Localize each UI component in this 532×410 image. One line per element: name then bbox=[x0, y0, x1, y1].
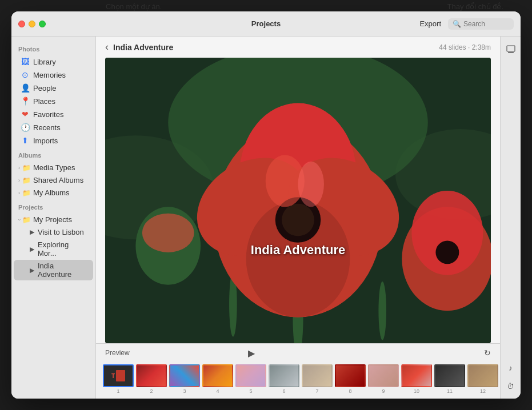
svg-point-15 bbox=[298, 162, 324, 207]
filmstrip-item-5[interactable]: 5 bbox=[235, 364, 266, 394]
projects-section-label: Projects bbox=[11, 199, 95, 213]
filmstrip-num-3: 3 bbox=[183, 388, 186, 394]
filmstrip-thumb-4[interactable] bbox=[202, 364, 233, 387]
traffic-lights bbox=[18, 21, 46, 27]
close-button[interactable] bbox=[18, 21, 25, 27]
filmstrip-item-6[interactable]: 6 bbox=[269, 364, 299, 394]
title-bar: Projects Export 🔍 bbox=[11, 11, 521, 37]
media-types-folder-icon: 📁 bbox=[22, 164, 31, 172]
sidebar-item-imports[interactable]: ⬆ Imports bbox=[14, 134, 93, 147]
sidebar-group-my-albums[interactable]: › 📁 My Albums bbox=[14, 187, 93, 199]
places-icon: 📍 bbox=[21, 97, 30, 106]
filmstrip-num-4: 4 bbox=[216, 388, 219, 394]
filmstrip-item-9[interactable]: 9 bbox=[368, 364, 399, 394]
window-title: Projects bbox=[251, 19, 281, 28]
filmstrip-thumb-7[interactable] bbox=[302, 364, 333, 387]
filmstrip-item-11[interactable]: 11 bbox=[434, 364, 465, 394]
sidebar-item-memories[interactable]: ⊙ Memories bbox=[14, 69, 93, 81]
svg-rect-22 bbox=[508, 52, 514, 53]
sidebar-group-shared-albums[interactable]: › 📁 Shared Albums bbox=[14, 174, 93, 186]
filmstrip-item-10[interactable]: 10 bbox=[401, 364, 432, 394]
filmstrip-thumb-1[interactable]: T bbox=[103, 364, 134, 387]
sidebar-item-library-label: Library bbox=[33, 58, 56, 66]
sidebar-item-recents[interactable]: 🕐 Recents bbox=[14, 121, 93, 134]
filmstrip-thumb-inner-1: T bbox=[104, 365, 133, 386]
filmstrip-num-7: 7 bbox=[315, 388, 318, 394]
svg-point-13 bbox=[282, 204, 314, 236]
app-window: Projects Export 🔍 Photos 🖼 Library ⊙ Mem… bbox=[11, 11, 521, 399]
content-area: ‹ India Adventure 44 slides · 2:38m bbox=[96, 37, 500, 399]
search-input[interactable] bbox=[463, 20, 509, 28]
content-header: ‹ India Adventure 44 slides · 2:38m bbox=[96, 37, 500, 58]
bottom-toolbar: Preview ▶ ↻ T bbox=[96, 343, 500, 399]
albums-section-label: Albums bbox=[11, 147, 95, 161]
back-button[interactable]: ‹ bbox=[105, 41, 109, 53]
sidebar-item-places[interactable]: 📍 Places bbox=[14, 95, 93, 107]
sidebar-item-recents-label: Recents bbox=[33, 123, 61, 132]
filmstrip-num-10: 10 bbox=[414, 388, 419, 394]
filmstrip-thumb-2[interactable] bbox=[136, 364, 167, 387]
sidebar-group-my-projects-label: My Projects bbox=[33, 215, 72, 224]
clock-panel-icon[interactable]: ⏱ bbox=[503, 378, 519, 394]
chevron-icon-3: › bbox=[18, 190, 20, 196]
music-panel-icon[interactable]: ♪ bbox=[503, 360, 519, 376]
filmstrip-thumb-3[interactable] bbox=[169, 364, 200, 387]
filmstrip-item-12[interactable]: 12 bbox=[467, 364, 498, 394]
library-icon: 🖼 bbox=[21, 57, 30, 66]
people-icon: 👤 bbox=[21, 83, 30, 93]
my-albums-folder-icon: 📁 bbox=[22, 189, 31, 197]
search-box[interactable]: 🔍 bbox=[448, 18, 514, 30]
filmstrip-thumb-11[interactable] bbox=[434, 364, 465, 387]
filmstrip-num-11: 11 bbox=[447, 388, 453, 394]
filmstrip-item-8[interactable]: 8 bbox=[335, 364, 366, 394]
sidebar-item-visit-lisbon[interactable]: ▶ Visit to Lisbon bbox=[14, 226, 93, 238]
chevron-icon-4: › bbox=[17, 219, 22, 220]
title-bar-actions: Export 🔍 bbox=[419, 18, 514, 30]
my-projects-folder-icon: 📁 bbox=[22, 216, 31, 224]
filmstrip-num-2: 2 bbox=[150, 388, 153, 394]
sidebar-item-library[interactable]: 🖼 Library bbox=[14, 55, 93, 68]
filmstrip-thumb-8[interactable] bbox=[335, 364, 366, 387]
sidebar-item-favorites[interactable]: ❤ Favorites bbox=[14, 108, 93, 120]
filmstrip-thumb-12[interactable] bbox=[467, 364, 498, 387]
filmstrip-item-7[interactable]: 7 bbox=[302, 364, 333, 394]
sidebar-item-exploring-more[interactable]: ▶ Exploring Mor... bbox=[14, 239, 93, 259]
sidebar-item-favorites-label: Favorites bbox=[33, 110, 63, 119]
chevron-icon: › bbox=[18, 165, 20, 171]
play-button[interactable]: ▶ bbox=[245, 346, 258, 360]
filmstrip: T 1 2 3 bbox=[96, 362, 500, 399]
filmstrip-thumb-5[interactable] bbox=[235, 364, 266, 387]
slideshow-panel-icon[interactable] bbox=[503, 41, 519, 57]
search-icon: 🔍 bbox=[453, 20, 461, 28]
slide-title-overlay: India Adventure bbox=[251, 243, 345, 258]
photos-section-label: Photos bbox=[11, 41, 95, 55]
preview-label: Preview bbox=[105, 349, 130, 357]
right-panel: ♪ ⏱ bbox=[500, 37, 521, 399]
sidebar-group-media-types[interactable]: › 📁 Media Types bbox=[14, 162, 93, 174]
filmstrip-item-3[interactable]: 3 bbox=[169, 364, 200, 394]
maximize-button[interactable] bbox=[39, 21, 46, 27]
sidebar-item-memories-label: Memories bbox=[33, 71, 66, 79]
slideshow-icon-lisbon: ▶ bbox=[30, 228, 34, 236]
sidebar-item-visit-lisbon-label: Visit to Lisbon bbox=[38, 228, 84, 236]
filmstrip-thumb-6[interactable] bbox=[269, 364, 299, 387]
sidebar-item-imports-label: Imports bbox=[33, 136, 58, 145]
filmstrip-thumb-9[interactable] bbox=[368, 364, 399, 387]
loop-button[interactable]: ↻ bbox=[484, 348, 491, 357]
clock-icon: ⏱ bbox=[507, 382, 514, 391]
slide-info: 44 slides · 2:38m bbox=[439, 43, 491, 51]
filmstrip-item-1[interactable]: T 1 bbox=[103, 364, 134, 394]
filmstrip-item-2[interactable]: 2 bbox=[136, 364, 167, 394]
filmstrip-thumb-10[interactable] bbox=[401, 364, 432, 387]
sidebar-item-india-adventure[interactable]: ▶ India Adventure bbox=[14, 260, 93, 280]
minimize-button[interactable] bbox=[29, 21, 35, 27]
sidebar-item-people[interactable]: 👤 People bbox=[14, 82, 93, 94]
slideshow-preview: India Adventure bbox=[105, 58, 491, 343]
music-icon: ♪ bbox=[509, 364, 513, 372]
sidebar-group-my-projects[interactable]: › 📁 My Projects bbox=[14, 214, 93, 226]
svg-point-18 bbox=[435, 240, 459, 264]
annotation-top-right: Thay đổi chủ đề. bbox=[447, 2, 503, 11]
filmstrip-item-4[interactable]: 4 bbox=[202, 364, 233, 394]
export-button[interactable]: Export bbox=[419, 19, 441, 28]
sidebar-group-my-albums-label: My Albums bbox=[33, 188, 70, 197]
